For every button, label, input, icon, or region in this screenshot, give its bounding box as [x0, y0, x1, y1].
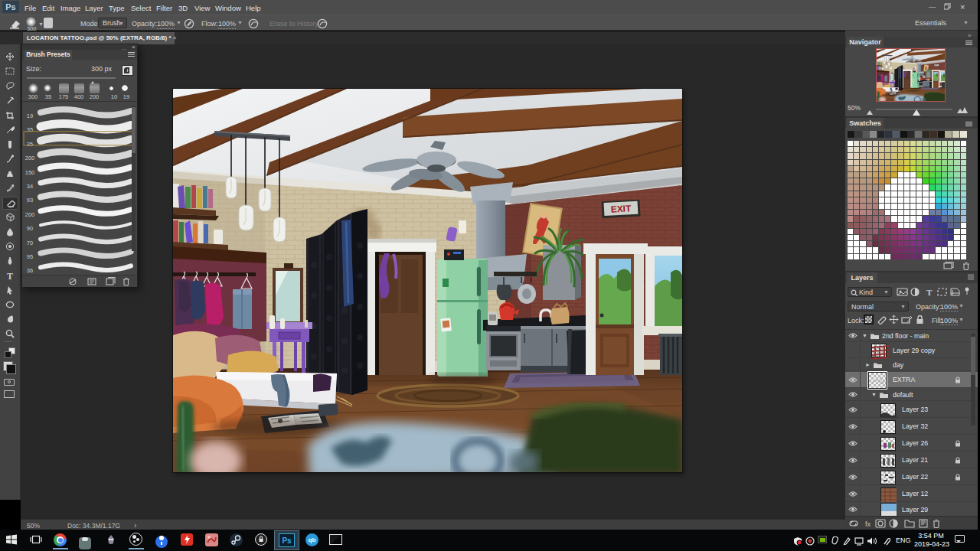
svg-text:35: 35 — [27, 141, 33, 148]
svg-text:90: 90 — [27, 225, 33, 232]
svg-text:200: 200 — [25, 211, 35, 218]
svg-text:200: 200 — [25, 155, 35, 161]
svg-text:T: T — [7, 271, 13, 280]
svg-text:36: 36 — [27, 267, 33, 274]
svg-text:93: 93 — [27, 197, 33, 204]
svg-text:19: 19 — [27, 112, 33, 119]
svg-text:34: 34 — [27, 183, 33, 190]
svg-text:35: 35 — [27, 126, 33, 133]
svg-text:70: 70 — [27, 240, 33, 246]
svg-text:T: T — [926, 288, 933, 297]
svg-text:150: 150 — [25, 169, 35, 176]
svg-text:fx: fx — [865, 520, 871, 528]
svg-text:95: 95 — [27, 253, 33, 260]
svg-text:EXIT: EXIT — [610, 203, 632, 214]
